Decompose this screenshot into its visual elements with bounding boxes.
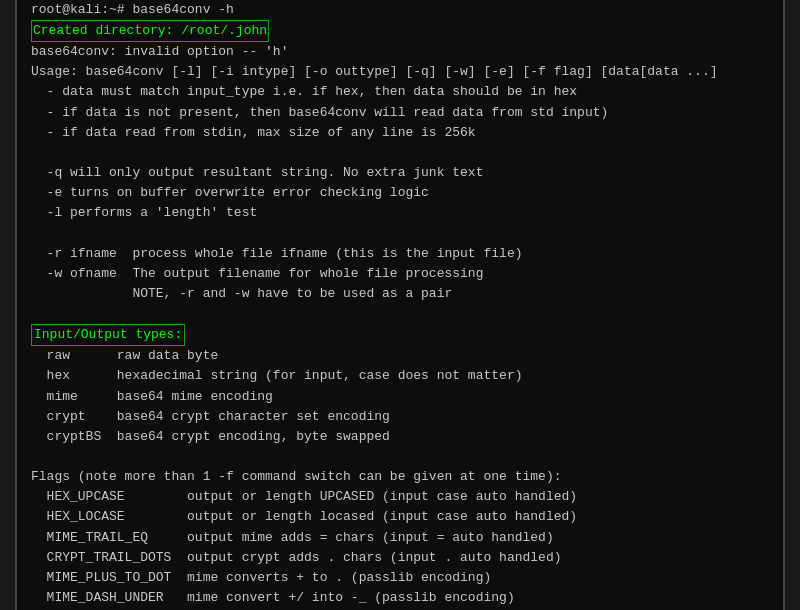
section-header-text: Input/Output types: [31, 324, 185, 346]
output-line: Flags (note more than 1 -f command switc… [31, 467, 769, 487]
output-line: raw raw data byte [31, 346, 769, 366]
empty-line [31, 223, 769, 243]
output-line: -e turns on buffer overwrite error check… [31, 183, 769, 203]
output-line: mime base64 mime encoding [31, 387, 769, 407]
output-line: -w ofname The output filename for whole … [31, 264, 769, 284]
terminal-window: root@kali:~# base64conv -hCreated direct… [15, 0, 785, 610]
output-line: base64conv: invalid option -- 'h' [31, 42, 769, 62]
output-line: HEX_LOCASE output or length locased (inp… [31, 507, 769, 527]
output-line: crypt base64 crypt character set encodin… [31, 407, 769, 427]
output-line: MIME_PLUS_TO_DOT mime converts + to . (p… [31, 568, 769, 588]
highlight-line: Created directory: /root/.john [31, 20, 769, 42]
empty-line [31, 304, 769, 324]
output-line: -l performs a 'length' test [31, 203, 769, 223]
output-line: MIME_DASH_UNDER mime convert +/ into -_ … [31, 588, 769, 608]
output-line: - if data read from stdin, max size of a… [31, 123, 769, 143]
output-line: HEX_UPCASE output or length UPCASED (inp… [31, 487, 769, 507]
output-line: NOTE, -r and -w have to be used as a pai… [31, 284, 769, 304]
output-line: -q will only output resultant string. No… [31, 163, 769, 183]
section-line: Input/Output types: [31, 324, 769, 346]
highlight-text: Created directory: /root/.john [31, 20, 269, 42]
output-line: Usage: base64conv [-l] [-i intype] [-o o… [31, 62, 769, 82]
prompt-line: root@kali:~# base64conv -h [31, 0, 769, 20]
output-line: cryptBS base64 crypt encoding, byte swap… [31, 427, 769, 447]
output-line: - data must match input_type i.e. if hex… [31, 82, 769, 102]
empty-line [31, 143, 769, 163]
output-line: hex hexadecimal string (for input, case … [31, 366, 769, 386]
output-line: -r ifname process whole file ifname (thi… [31, 244, 769, 264]
output-line: MIME_TRAIL_EQ output mime adds = chars (… [31, 528, 769, 548]
output-line: - if data is not present, then base64con… [31, 103, 769, 123]
output-line: CRYPT_TRAIL_DOTS output crypt adds . cha… [31, 548, 769, 568]
empty-line [31, 447, 769, 467]
